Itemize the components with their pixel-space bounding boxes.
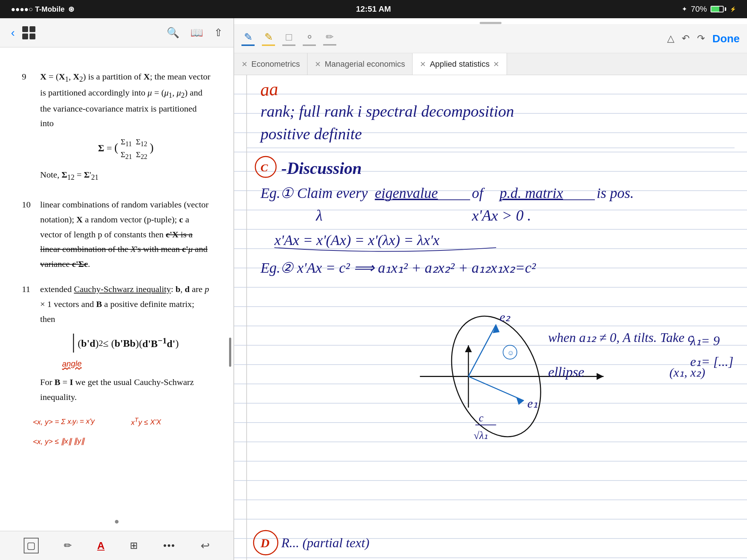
tab-applied-label: Applied statistics	[430, 59, 489, 69]
item-9-content: X = (X1, X2) is a partition of X; the me…	[40, 69, 212, 187]
svg-text:c: c	[479, 412, 484, 424]
tab-applied-close-right[interactable]: ✕	[493, 60, 499, 69]
svg-text:D: D	[260, 536, 270, 550]
handwritten-angle: angle	[62, 357, 82, 371]
book-icon[interactable]: 📖	[190, 27, 203, 39]
svg-text:Eg.② x'Ax = c²  ⟹  a₁x₁² + a₂x: Eg.② x'Ax = c² ⟹ a₁x₁² + a₂x₂² + a₁₂x₁x₂…	[260, 260, 536, 276]
charging-icon: ⚡	[730, 6, 736, 12]
sigma-matrix: Σ = ( Σ11 Σ12 Σ21 Σ22 )	[40, 136, 212, 162]
battery-percent: 70%	[691, 4, 707, 14]
lasso-icon: ⚬	[305, 31, 314, 43]
svg-text:e₁: e₁	[527, 397, 538, 410]
svg-text:√λ₁: √λ₁	[473, 430, 488, 441]
eraser-icon: □	[286, 31, 292, 43]
highlighter-icon: ✎	[264, 31, 273, 43]
redo-icon[interactable]: ↷	[697, 33, 705, 44]
sigma-note: Note, Σ12 = Σ'21	[40, 167, 212, 183]
right-panel: ✎ ✎ □ ⚬ ✏ △ ↶ ↷	[234, 18, 747, 560]
svg-text:λ: λ	[315, 207, 322, 224]
tabs-bar: ✕ Econometrics ✕ Managerial economics ✕ …	[234, 53, 747, 75]
svg-text:ellipse: ellipse	[548, 364, 584, 380]
status-left: ●●●●○ T-Mobile ⊛	[11, 5, 74, 13]
svg-text:p.d. matrix: p.d. matrix	[499, 185, 563, 201]
scroll-indicator	[229, 338, 231, 367]
pdf-item-9: 9 X = (X1, X2) is a partition of X; the …	[22, 69, 212, 187]
handwritten-expr2: xTy ≤ X'X	[131, 415, 161, 428]
handwritten-math-section: <x, y> = Σ xᵢyᵢ = x'y xTy ≤ X'X <x, y> ≤…	[33, 415, 212, 448]
svg-marker-26	[516, 397, 524, 405]
pdf-item-11: 11 extended Cauchy-Schwarz inequality: b…	[22, 282, 212, 405]
select-tool-button[interactable]: ▢	[24, 538, 39, 553]
item-10-content: linear combinations of random variables …	[40, 197, 212, 272]
right-toolbar-right: △ ↶ ↷ Done	[667, 32, 740, 45]
svg-text:rank; full rank i spectral dec: rank; full rank i spectral decomposition	[260, 102, 514, 120]
svg-text:λ₁= 9: λ₁= 9	[690, 334, 720, 348]
main-area: ‹ 🔍 📖 ⇧ 9 X = (X	[0, 18, 747, 560]
tab-managerial[interactable]: ✕ Managerial economics	[307, 53, 413, 75]
svg-line-25	[468, 377, 524, 401]
tab-econometrics-close[interactable]: ✕	[241, 60, 248, 69]
highlighter-tool[interactable]: ✎	[262, 31, 275, 46]
svg-text:e₂: e₂	[500, 310, 511, 324]
lasso-tool[interactable]: ⚬	[303, 31, 316, 46]
svg-line-23	[468, 324, 496, 377]
edit-icon: ✏	[326, 31, 334, 43]
battery-icon	[711, 6, 726, 12]
handwritten-expr3: <x, y> ≤ ‖x‖ ‖y‖	[33, 435, 85, 448]
svg-text:e₁= [...]: e₁= [...]	[690, 354, 734, 369]
left-toolbar-left: ‹	[11, 26, 35, 39]
left-panel: ‹ 🔍 📖 ⇧ 9 X = (X	[0, 18, 233, 560]
svg-marker-21	[465, 345, 472, 352]
edit-tool[interactable]: ✏	[323, 31, 336, 46]
image-tool-button[interactable]: ⊞	[130, 540, 138, 551]
status-right: ✦ 70% ⚡	[682, 4, 736, 14]
grid-view-button[interactable]	[22, 26, 35, 39]
item-11-num: 11	[22, 282, 40, 405]
svg-text:x'Ax > 0 .: x'Ax > 0 .	[472, 207, 531, 224]
text-tool-button[interactable]: A	[97, 540, 105, 552]
page-indicator	[115, 520, 119, 524]
highlight-tool-button[interactable]: ✏	[64, 540, 72, 551]
search-icon[interactable]: 🔍	[167, 27, 179, 39]
svg-text:x'Ax = x'(Ax) = x'(λx) = λx'x: x'Ax = x'(Ax) = x'(λx) = λx'x	[274, 232, 440, 248]
left-bottom-toolbar: ▢ ✏ A ⊞ ••• ↩	[0, 531, 233, 560]
time-display: 12:51 AM	[356, 4, 391, 14]
notes-area[interactable]: aa rank; full rank i spectral decomposit…	[234, 75, 747, 560]
tab-managerial-label: Managerial economics	[325, 59, 405, 69]
svg-text:Eg.① Claim every: Eg.① Claim every	[260, 185, 368, 201]
handwritten-expr1: <x, y> = Σ xᵢyᵢ = x'y	[33, 415, 95, 428]
back-button[interactable]: ‹	[11, 26, 15, 39]
svg-text:C: C	[260, 162, 268, 174]
pen-blue-tool[interactable]: ✎	[241, 31, 255, 46]
undo-button[interactable]: ↩	[201, 539, 210, 552]
pen-blue-icon: ✎	[244, 31, 252, 43]
svg-text:when a₁₂ ≠ 0, A tilts. Take c: when a₁₂ ≠ 0, A tilts. Take c	[548, 330, 694, 345]
done-button[interactable]: Done	[712, 32, 740, 45]
pdf-item-10: 10 linear combinations of random variabl…	[22, 197, 212, 272]
eraser-underline	[282, 44, 295, 46]
cauchy-inequality: (b'd)2 ≤ (b'Bb)(d'B−1d')	[40, 334, 212, 353]
item-10-num: 10	[22, 197, 40, 272]
status-bar: ●●●●○ T-Mobile ⊛ 12:51 AM ✦ 70% ⚡	[0, 0, 747, 18]
item-11-content: extended Cauchy-Schwarz inequality: b, d…	[40, 282, 212, 405]
left-toolbar: ‹ 🔍 📖 ⇧	[0, 18, 233, 47]
svg-text:R... (partial text): R... (partial text)	[281, 536, 369, 550]
share-icon[interactable]: ⇧	[214, 27, 222, 39]
tab-managerial-close[interactable]: ✕	[315, 60, 321, 69]
undo-icon[interactable]: ↶	[682, 33, 690, 44]
wifi-icon: ⊛	[68, 5, 74, 13]
shapes-icon[interactable]: △	[667, 33, 674, 44]
more-button[interactable]: •••	[163, 540, 175, 551]
eraser-tool[interactable]: □	[282, 31, 295, 46]
left-toolbar-right: 🔍 📖 ⇧	[167, 27, 222, 39]
tab-applied-stats[interactable]: ✕ Applied statistics ✕	[413, 53, 507, 75]
pdf-text-body: 9 X = (X1, X2) is a partition of X; the …	[22, 69, 212, 448]
svg-text:aa: aa	[260, 79, 279, 100]
svg-text:☺: ☺	[507, 349, 514, 357]
svg-text:is pos.: is pos.	[597, 185, 634, 201]
svg-text:positive definite: positive definite	[259, 125, 362, 143]
tab-econometrics[interactable]: ✕ Econometrics	[234, 53, 307, 75]
item-9-num: 9	[22, 69, 40, 187]
tab-applied-close[interactable]: ✕	[420, 60, 426, 69]
svg-marker-20	[597, 373, 604, 380]
